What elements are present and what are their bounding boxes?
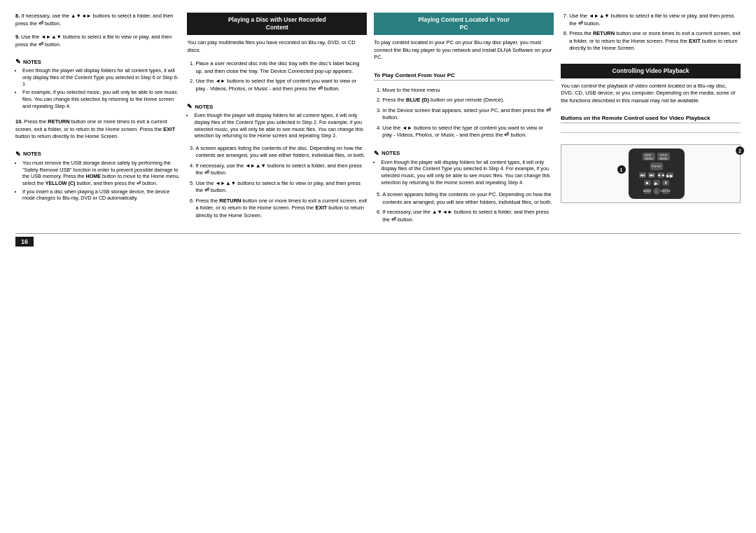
disc-step-2: Use the ◄► buttons to select the type of… xyxy=(195,78,367,92)
col-disc: Playing a Disc with User RecordedContent… xyxy=(187,13,367,226)
disc-steps-1: Place a user recorded disc into the disc… xyxy=(187,60,367,95)
pc-step-2: Press the BLUE (D) button on your remote… xyxy=(382,97,554,104)
left-item-8: 8. If necessary, use the ▲▼◄► buttons to… xyxy=(15,13,180,29)
audio-btn[interactable]: AUDIO xyxy=(644,188,651,194)
page-number: 16 xyxy=(15,237,34,247)
notes-list-2: You must remove the USB storage device s… xyxy=(15,160,180,202)
video-step-7: Use the ◄►▲▼ buttons to select a file to… xyxy=(569,13,741,27)
disc-steps-2: A screen appears listing the contents of… xyxy=(187,145,367,223)
main-columns: 8. If necessary, use the ▲▼◄► buttons to… xyxy=(15,13,741,226)
pause-btn[interactable]: ⏸ xyxy=(662,180,669,186)
callout-1: 1 xyxy=(617,165,626,174)
pc-notes-list: Even though the player will display fold… xyxy=(374,159,554,186)
notes-icon-2: ✎ xyxy=(15,151,21,158)
rewind-btn[interactable]: ◄◄ xyxy=(657,172,664,178)
notes-title-2: ✎ NOTES xyxy=(15,151,180,158)
notes-list-1: Even though the player will display fold… xyxy=(15,67,180,109)
pc-subsection-title: To Play Content From Your PC xyxy=(374,72,554,81)
play-btn[interactable]: ▶ xyxy=(653,180,660,186)
disc-step-6: Press the RETURN button one or more time… xyxy=(195,198,367,220)
ffwd-btn[interactable]: ▶▶ xyxy=(666,172,673,178)
disc-step-5: Use the ◄►▲▼ buttons to select a file to… xyxy=(195,180,367,195)
disc-notes-label: NOTES xyxy=(195,104,213,110)
left-notes-2: ✎ NOTES You must remove the USB storage … xyxy=(15,151,180,203)
page-container: 8. If necessary, use the ▲▼◄► buttons to… xyxy=(15,13,741,247)
pc-step-3: In the Device screen that appears, selec… xyxy=(382,107,554,122)
left-item-9: 9. Use the ◄►▲▼ buttons to select a file… xyxy=(15,34,180,50)
video-steps-top: Use the ◄►▲▼ buttons to select a file to… xyxy=(561,13,741,55)
notes-icon-1: ✎ xyxy=(15,58,21,65)
col-pc: Playing Content Located in YourPC To pla… xyxy=(374,13,554,226)
title-menu-btn[interactable]: TITLEMENU xyxy=(657,153,670,160)
disc-notes-list: Even though the player will display fold… xyxy=(187,112,367,139)
next-btn[interactable]: ⏭ xyxy=(648,172,655,178)
col-video: Use the ◄►▲▼ buttons to select a file to… xyxy=(561,13,741,226)
popup-btn[interactable]: POPUP xyxy=(650,162,663,170)
col-left: 8. If necessary, use the ▲▼◄► buttons to… xyxy=(15,13,180,226)
remote-diagram: 2 1 DISCMENU TITLEMENU POPUP xyxy=(561,144,741,203)
disc-notes-icon: ✎ xyxy=(187,103,192,110)
disc-intro: You can play multimedia files you have r… xyxy=(187,39,367,54)
disc-step-4: If necessary, use the ◄►▲▼ buttons to se… xyxy=(195,162,367,177)
notes-title-1: ✎ NOTES xyxy=(15,58,180,65)
home-btn[interactable]: ⌂ xyxy=(653,188,660,195)
pc-intro: To play content located in your PC on yo… xyxy=(374,39,554,62)
remote-row-bottom: AUDIO ⌂ SUBTITLE xyxy=(644,188,669,195)
disc-notes: ✎ NOTES Even though the player will disp… xyxy=(187,103,367,141)
left-notes-1: ✎ NOTES Even though the player will disp… xyxy=(15,58,180,111)
remote-row-play: ■ ▶ ⏸ xyxy=(644,180,669,186)
remote-row-transport: ⏮ ⏭ ◄◄ ▶▶ xyxy=(639,172,673,178)
left-item-10: 10. Press the RETURN button one or more … xyxy=(15,118,180,143)
pc-steps-2: A screen appears listing the contents on… xyxy=(374,191,554,226)
notes-label-2: NOTES xyxy=(23,151,41,157)
notes-label-1: NOTES xyxy=(23,59,41,65)
disc-step-3: A screen appears listing the contents of… xyxy=(195,145,367,160)
video-intro: You can control the playback of video co… xyxy=(561,83,741,105)
remote-body: DISCMENU TITLEMENU POPUP ⏮ ⏭ ◄◄ ▶▶ xyxy=(629,148,685,199)
video-section-header: Controlling Video Playback xyxy=(561,64,741,78)
disc-step-1: Place a user recorded disc into the disc… xyxy=(195,60,367,75)
pc-step-6: If necessary, use the ▲▼◄► buttons to se… xyxy=(382,209,554,223)
page-number-bar: 16 xyxy=(15,233,741,247)
pc-notes-label: NOTES xyxy=(382,150,400,156)
pc-step-4: Use the ◄► buttons to select the type of… xyxy=(382,125,554,139)
video-step-8: Press the RETURN button one or more time… xyxy=(569,30,741,53)
pc-section-header: Playing Content Located in YourPC xyxy=(374,13,554,35)
disc-notes-title: ✎ NOTES xyxy=(187,103,367,110)
remote-row-1: DISCMENU TITLEMENU xyxy=(643,153,670,160)
callout-2: 2 xyxy=(736,146,744,155)
remote-row-popup: POPUP xyxy=(650,162,663,170)
pc-notes-icon: ✎ xyxy=(374,150,379,157)
disc-menu-btn[interactable]: DISCMENU xyxy=(643,153,655,160)
disc-section-header: Playing a Disc with User RecordedContent xyxy=(187,13,367,35)
pc-steps-1: Move to the Home menu Press the BLUE (D)… xyxy=(374,87,554,142)
subtitle-btn[interactable]: SUBTITLE xyxy=(662,188,669,194)
pc-step-5: A screen appears listing the contents on… xyxy=(382,191,554,206)
pc-notes-title: ✎ NOTES xyxy=(374,150,554,157)
stop-btn[interactable]: ■ xyxy=(644,180,651,186)
pc-notes: ✎ NOTES Even though the player will disp… xyxy=(374,150,554,188)
video-subsection-title: Buttons on the Remote Control used for V… xyxy=(561,115,741,123)
pc-step-1: Move to the Home menu xyxy=(382,87,554,95)
prev-btn[interactable]: ⏮ xyxy=(639,172,646,178)
divider xyxy=(561,132,741,133)
